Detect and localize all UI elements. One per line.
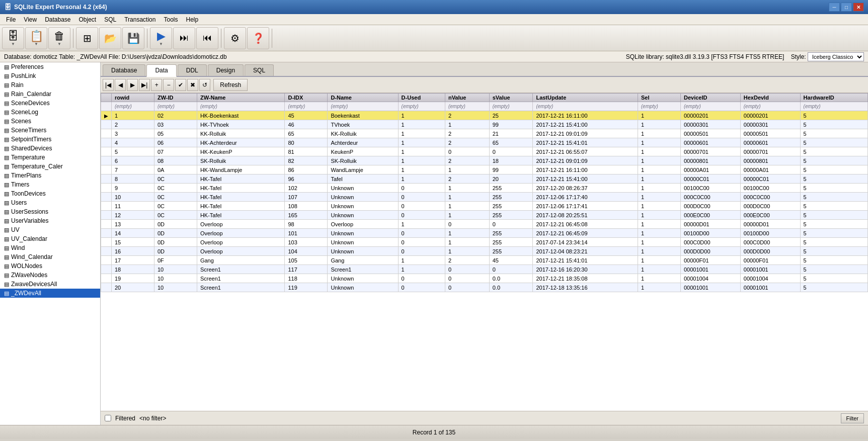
table-row[interactable]: 203HK-TVhoek46TVhoek11992017-12-21 15:41… <box>101 120 868 129</box>
sidebar-item-shareddevices[interactable]: ▤SharedDevices <box>0 144 100 153</box>
sidebar-item-scenelog[interactable]: ▤SceneLog <box>0 108 100 117</box>
col-header-nvalue[interactable]: nValue <box>445 94 489 102</box>
sidebar-item-temperature[interactable]: ▤Temperature <box>0 153 100 162</box>
help-button[interactable]: ❓ <box>247 27 269 49</box>
table-row[interactable]: 100CHK-Tafel107Unknown012552017-12-06 17… <box>101 193 868 202</box>
sidebar-item-temperature-caler[interactable]: ▤Temperature_Caler <box>0 162 100 171</box>
table-row[interactable]: ▶102HK-Boekenkast45Boekenkast12252017-12… <box>101 111 868 120</box>
step-over-button[interactable]: ⏮ <box>196 27 218 49</box>
tab-ddl[interactable]: DDL <box>178 64 207 76</box>
menu-item-view[interactable]: View <box>20 15 41 24</box>
col-header-d-idx[interactable]: D-IDX <box>285 94 328 102</box>
table-row[interactable]: 70AHK-WandLampje86WandLampje11992017-12-… <box>101 165 868 174</box>
sidebar-item-timerplans[interactable]: ▤TimerPlans <box>0 171 100 180</box>
table-row[interactable]: 80CHK-Tafel96Tafel12202017-12-21 15:41:0… <box>101 174 868 184</box>
next-record-button[interactable]: ▶ <box>127 79 138 91</box>
table-row[interactable]: 1910Screen1118Unknown000.02017-12-21 18:… <box>101 274 868 283</box>
run-button[interactable]: ▶ ▼ <box>150 27 172 49</box>
sidebar-item-wolnodes[interactable]: ▤WOLNodes <box>0 261 100 271</box>
sidebar-item-wind[interactable]: ▤Wind <box>0 243 100 252</box>
col-header-hardwareid[interactable]: HardwareID <box>800 94 867 102</box>
table-row[interactable]: 170FGang105Gang12452017-12-21 15:41:0110… <box>101 256 868 265</box>
delete-record-button[interactable]: − <box>163 79 174 91</box>
table-row[interactable]: 160DOverloop104Unknown012552017-12-04 08… <box>101 247 868 256</box>
table-row[interactable]: 2010Screen1119Unknown000.02017-12-18 13:… <box>101 283 868 292</box>
prev-record-button[interactable]: ◀ <box>115 79 126 91</box>
filter-button[interactable]: Filter <box>841 413 864 423</box>
table-row[interactable]: 1810Screen1117Screen11002017-12-16 16:20… <box>101 265 868 274</box>
col-header-svalue[interactable]: sValue <box>489 94 533 102</box>
open-database-button[interactable]: 🗄 ▼ <box>2 27 24 49</box>
data-table-wrapper[interactable]: rowidZW-IDZW-NameD-IDXD-NameD-UsednValue… <box>101 93 868 411</box>
col-header-zw-id[interactable]: ZW-ID <box>154 94 197 102</box>
col-header-zw-name[interactable]: ZW-Name <box>197 94 285 102</box>
sidebar-item-users[interactable]: ▤Users <box>0 198 100 207</box>
table-row[interactable]: 608SK-Rolluik82SK-Rolluik12182017-12-21 … <box>101 156 868 165</box>
close-button[interactable]: ✕ <box>853 3 864 12</box>
table-row[interactable]: 110CHK-Tafel108Unknown012552017-12-06 17… <box>101 202 868 211</box>
maximize-button[interactable]: □ <box>841 3 852 12</box>
tab-database[interactable]: Database <box>103 64 145 76</box>
menu-item-database[interactable]: Database <box>41 15 74 24</box>
sidebar-item-toondevices[interactable]: ▤ToonDevices <box>0 189 100 198</box>
table-row[interactable]: 406HK-Achterdeur80Achterdeur12652017-12-… <box>101 138 868 147</box>
menu-item-help[interactable]: Help <box>182 15 202 24</box>
table-row[interactable]: 507HK-KeukenP81KeukenP1002017-12-21 06:5… <box>101 147 868 156</box>
last-record-button[interactable]: ▶| <box>139 79 150 91</box>
sidebar-item-uv-calendar[interactable]: ▤UV_Calendar <box>0 234 100 243</box>
sidebar-item-timers[interactable]: ▤Timers <box>0 180 100 189</box>
sidebar-item-rain-calendar[interactable]: ▤Rain_Calendar <box>0 90 100 99</box>
confirm-button[interactable]: ✔ <box>175 79 186 91</box>
sidebar-item-setpointtimers[interactable]: ▤SetpointTimers <box>0 135 100 144</box>
sidebar-item-wind-calendar[interactable]: ▤Wind_Calendar <box>0 252 100 261</box>
step-into-button[interactable]: ⏭ <box>173 27 195 49</box>
table-row[interactable]: 120CHK-Tafel165Unknown012552017-12-08 20… <box>101 211 868 220</box>
table-row[interactable]: 90CHK-Tafel102Unknown012552017-12-20 08:… <box>101 184 868 193</box>
sidebar-item-rain[interactable]: ▤Rain <box>0 80 100 90</box>
export-button[interactable]: 💾 <box>122 27 144 49</box>
sidebar-item-usersessions[interactable]: ▤UserSessions <box>0 207 100 216</box>
sidebar-item-zwavedevicesall[interactable]: ▤ZwaveDevicesAll <box>0 280 100 289</box>
table-row[interactable]: 130DOverloop98Overloop1002017-12-21 06:4… <box>101 220 868 229</box>
menu-item-sql[interactable]: SQL <box>100 15 120 24</box>
add-record-button[interactable]: + <box>151 79 162 91</box>
col-header-hexdevid[interactable]: HexDevId <box>740 94 800 102</box>
refresh-button[interactable]: Refresh <box>213 79 248 91</box>
tab-design[interactable]: Design <box>208 64 244 76</box>
first-record-button[interactable]: |◀ <box>103 79 114 91</box>
tab-data[interactable]: Data <box>146 64 176 77</box>
table-button[interactable]: ⊞ <box>76 27 98 49</box>
sidebar-item-preferences[interactable]: ▤Preferences <box>0 62 100 71</box>
delete-button[interactable]: 🗑 ▼ <box>48 27 70 49</box>
sidebar-item-scenetimers[interactable]: ▤SceneTimers <box>0 126 100 135</box>
import-button[interactable]: 📂 <box>99 27 121 49</box>
sidebar-item--zwdevall[interactable]: ▤_ZWDevAll <box>0 289 100 298</box>
minimize-button[interactable]: ─ <box>829 3 840 12</box>
cancel-edit-button[interactable]: ✖ <box>187 79 198 91</box>
settings-button[interactable]: ⚙ <box>224 27 246 49</box>
sidebar-item-uservariables[interactable]: ▤UserVariables <box>0 216 100 225</box>
col-header-rowid[interactable]: rowid <box>112 94 154 102</box>
new-database-button[interactable]: 📋 ▼ <box>25 27 47 49</box>
menu-item-file[interactable]: File <box>2 15 20 24</box>
col-header-d-name[interactable]: D-Name <box>328 94 398 102</box>
table-row[interactable]: 305KK-Rolluik65KK-Rolluik12212017-12-21 … <box>101 129 868 138</box>
table-row[interactable]: 140DOverloop101Unknown012552017-12-21 06… <box>101 229 868 238</box>
sidebar-item-scenes[interactable]: ▤Scenes <box>0 117 100 126</box>
col-header-d-used[interactable]: D-Used <box>398 94 445 102</box>
menu-item-object[interactable]: Object <box>75 15 101 24</box>
filtered-checkbox[interactable] <box>105 415 111 421</box>
style-select[interactable]: Iceberg Classico <box>808 52 864 61</box>
sidebar-item-uv[interactable]: ▤UV <box>0 225 100 234</box>
col-header-lastupdate[interactable]: LastUpdate <box>533 94 638 102</box>
sidebar-item-zwavenodes[interactable]: ▤ZWaveNodes <box>0 271 100 280</box>
table-row[interactable]: 150DOverloop103Unknown012552017-07-14 23… <box>101 238 868 247</box>
tab-sql[interactable]: SQL <box>245 64 274 76</box>
col-header-deviceid[interactable]: DeviceID <box>680 94 740 102</box>
refresh-grid-button[interactable]: ↺ <box>199 79 210 91</box>
sidebar-item-pushlink[interactable]: ▤PushLink <box>0 71 100 80</box>
sidebar-item-scenedevices[interactable]: ▤SceneDevices <box>0 99 100 108</box>
col-header-sel[interactable]: Sel <box>638 94 681 102</box>
menu-item-tools[interactable]: Tools <box>160 15 182 24</box>
menu-item-transaction[interactable]: Transaction <box>120 15 160 24</box>
